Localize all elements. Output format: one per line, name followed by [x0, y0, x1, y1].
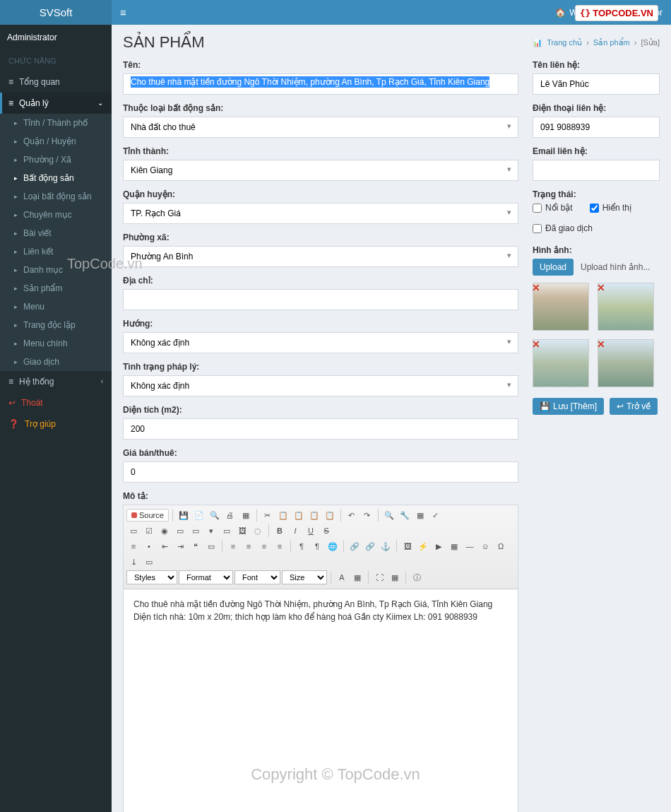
flash-icon[interactable]: ⚡ [416, 539, 430, 553]
checkbox-dagiaodich[interactable]: Đã giao dịch [533, 223, 593, 233]
nav-overview[interactable]: ≡Tổng quan [0, 71, 112, 93]
pagebreak-icon[interactable]: ⤓ [126, 555, 141, 569]
checkbox-hienthi[interactable]: Hiển thị [590, 203, 631, 213]
form-icon[interactable]: ▭ [126, 524, 141, 538]
save-icon[interactable]: 💾 [177, 508, 191, 522]
sidebar-item-bds[interactable]: ▸Bất động sản [0, 169, 112, 187]
sidebar-item-sanpham[interactable]: ▸Sản phẩm [0, 279, 112, 298]
input-email[interactable] [533, 160, 660, 181]
lang-icon[interactable]: 🌐 [326, 539, 340, 553]
save-button[interactable]: 💾Lưu [Thêm] [533, 398, 604, 415]
sidebar-item-danhmuc[interactable]: ▸Danh mục [0, 261, 112, 279]
editor-format-select[interactable]: Format [179, 570, 233, 584]
unlink-icon[interactable]: 🔗 [363, 539, 377, 553]
sidebar-item-tinh[interactable]: ▸Tỉnh / Thành phố [0, 114, 112, 132]
input-dt[interactable] [533, 117, 660, 138]
back-button[interactable]: ↩Trở về [610, 398, 658, 415]
sidebar-item-phuong[interactable]: ▸Phường / Xã [0, 151, 112, 169]
select-tinh[interactable]: Kiên Giang [123, 160, 518, 181]
list-unordered-icon[interactable]: • [142, 539, 156, 553]
nav-system[interactable]: ≡Hệ thống‹ [0, 371, 112, 392]
align-center-icon[interactable]: ≡ [242, 539, 256, 553]
list-ordered-icon[interactable]: ≡ [126, 539, 141, 553]
sidebar-item-lienket[interactable]: ▸Liên kết [0, 242, 112, 261]
sidebar-item-menu[interactable]: ▸Menu [0, 298, 112, 316]
selectall-icon[interactable]: ▦ [413, 508, 427, 522]
upload-button[interactable]: Upload [533, 259, 574, 276]
template-icon[interactable]: ▦ [239, 508, 253, 522]
sidebar-item-baiviet[interactable]: ▸Bài viết [0, 224, 112, 242]
div-icon[interactable]: ▭ [204, 539, 218, 553]
quote-icon[interactable]: ❝ [189, 539, 203, 553]
select-phaply[interactable]: Không xác định [123, 375, 518, 396]
align-left-icon[interactable]: ≡ [226, 539, 240, 553]
thumbnail-2[interactable]: ✕ [598, 283, 654, 331]
maximize-icon[interactable]: ⛶ [372, 570, 386, 584]
sidebar-toggle[interactable]: ≡ [120, 6, 126, 18]
rtl-icon[interactable]: ¶ [310, 539, 324, 553]
sidebar-item-menuchinh[interactable]: ▸Menu chính [0, 334, 112, 353]
select-quan[interactable]: TP. Rạch Giá [123, 203, 518, 224]
sidebar-item-giaodich[interactable]: ▸Giao dịch [0, 353, 112, 371]
link-icon[interactable]: 🔗 [348, 539, 362, 553]
thumbnail-1[interactable]: ✕ [533, 283, 589, 331]
delete-icon[interactable]: ✕ [532, 339, 540, 350]
input-dientich[interactable] [123, 418, 518, 440]
breadcrumb-home[interactable]: Trang chủ [547, 38, 582, 47]
image-btn-icon[interactable]: 🖼 [235, 524, 249, 538]
iframe-icon[interactable]: ▭ [142, 555, 156, 569]
copy-icon[interactable]: 📋 [276, 508, 290, 522]
editor-content[interactable]: Cho thuê nhà mặt tiền đường Ngô Thời Nhi… [124, 589, 518, 812]
editor-source-button[interactable]: Source [126, 509, 169, 522]
delete-icon[interactable]: ✕ [532, 282, 540, 293]
cut-icon[interactable]: ✂ [261, 508, 275, 522]
select-phuong[interactable]: Phường An Bình [123, 246, 518, 267]
spellcheck-icon[interactable]: ✓ [429, 508, 443, 522]
smiley-icon[interactable]: ☺ [478, 539, 492, 553]
image-icon[interactable]: 🖼 [400, 539, 415, 553]
underline-icon[interactable]: U [304, 524, 318, 538]
print-icon[interactable]: 🖨 [223, 508, 237, 522]
breadcrumb-sp[interactable]: Sản phẩm [593, 38, 630, 47]
input-gia[interactable] [123, 461, 518, 483]
editor-size-select[interactable]: Size [282, 570, 327, 584]
input-ten[interactable]: Cho thuê nhà mặt tiền đường Ngô Thời Nhi… [123, 73, 518, 95]
specialchar-icon[interactable]: Ω [494, 539, 508, 553]
bold-icon[interactable]: B [273, 524, 287, 538]
input-diachi[interactable] [123, 289, 518, 310]
strike-icon[interactable]: S [319, 524, 333, 538]
editor-styles-select[interactable]: Styles [126, 570, 177, 584]
thumbnail-4[interactable]: ✕ [598, 339, 654, 387]
find-icon[interactable]: 🔍 [382, 508, 396, 522]
checkbox-icon[interactable]: ☑ [142, 524, 156, 538]
button-icon[interactable]: ▭ [220, 524, 234, 538]
brand-logo[interactable]: SVSoft [0, 0, 112, 25]
textcolor-icon[interactable]: A [335, 570, 349, 584]
nav-manage[interactable]: ≡Quản lý⌄ [0, 93, 112, 114]
undo-icon[interactable]: ↶ [345, 508, 359, 522]
nav-help[interactable]: ❓Trợ giúp [0, 413, 112, 435]
showblocks-icon[interactable]: ▦ [388, 570, 402, 584]
select-icon[interactable]: ▾ [204, 524, 218, 538]
indent-icon[interactable]: ⇥ [173, 539, 187, 553]
thumbnail-3[interactable]: ✕ [533, 339, 589, 387]
hidden-icon[interactable]: ◌ [251, 524, 265, 538]
table-icon[interactable]: ▦ [447, 539, 461, 553]
radio-icon[interactable]: ◉ [158, 524, 172, 538]
bgcolor-icon[interactable]: ▦ [350, 570, 364, 584]
anchor-icon[interactable]: ⚓ [379, 539, 393, 553]
sidebar-item-quan[interactable]: ▸Quận / Huyện [0, 132, 112, 151]
replace-icon[interactable]: 🔧 [398, 508, 412, 522]
hr-icon[interactable]: — [463, 539, 477, 553]
delete-icon[interactable]: ✕ [597, 282, 605, 293]
ltr-icon[interactable]: ¶ [295, 539, 309, 553]
sidebar-item-loaibds[interactable]: ▸Loại bất động sản [0, 187, 112, 206]
paste-word-icon[interactable]: 📋 [323, 508, 337, 522]
newpage-icon[interactable]: 📄 [192, 508, 206, 522]
nav-logout[interactable]: ↩Thoát [0, 392, 112, 413]
textarea-icon[interactable]: ▭ [189, 524, 203, 538]
align-justify-icon[interactable]: ≡ [273, 539, 287, 553]
select-loai[interactable]: Nhà đất cho thuê [123, 117, 518, 138]
paste-text-icon[interactable]: 📋 [307, 508, 321, 522]
select-huong[interactable]: Không xác định [123, 332, 518, 353]
